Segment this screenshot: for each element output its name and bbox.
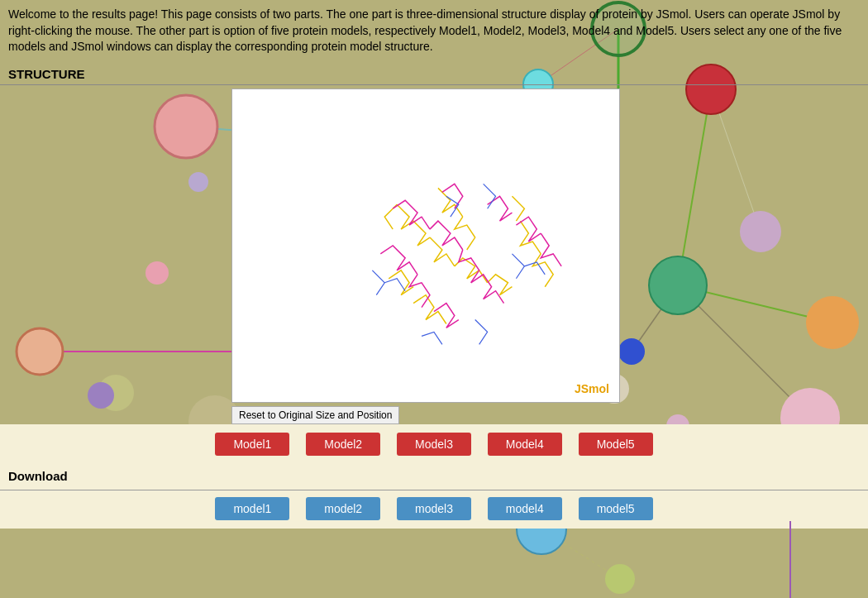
model4-button[interactable]: Model4 [488,433,562,456]
jsmol-container: JSmol Reset to Original Size and Positio… [231,89,628,424]
download-divider [0,490,868,490]
structure-section: STRUCTURE [0,64,868,424]
jsmol-label: JSmol [575,382,609,395]
model5-button[interactable]: Model5 [579,433,653,456]
protein-svg [232,89,619,402]
svg-point-29 [605,564,635,594]
purple-line [789,521,791,598]
download-section: Download model1 model2 model3 model4 mod… [0,464,868,529]
model1-button[interactable]: Model1 [215,433,289,456]
download-model1-button[interactable]: model1 [215,497,289,520]
structure-label: STRUCTURE [0,64,868,84]
intro-text: Welcome to the results page! This page c… [8,7,842,53]
reset-button[interactable]: Reset to Original Size and Position [231,406,399,424]
download-buttons-row: model1 model2 model3 model4 model5 [0,497,868,520]
download-model3-button[interactable]: model3 [397,497,471,520]
intro-text-block: Welcome to the results page! This page c… [0,0,868,60]
download-model2-button[interactable]: model2 [306,497,380,520]
svg-line-10 [541,529,620,579]
jsmol-viewer[interactable]: JSmol [231,89,620,403]
structure-divider [0,84,868,85]
download-label: Download [0,466,868,490]
model3-button[interactable]: Model3 [397,433,471,456]
download-model5-button[interactable]: model5 [579,497,653,520]
download-model4-button[interactable]: model4 [488,497,562,520]
model-buttons-section: Model1 Model2 Model3 Model4 Model5 [0,424,868,464]
model2-button[interactable]: Model2 [306,433,380,456]
